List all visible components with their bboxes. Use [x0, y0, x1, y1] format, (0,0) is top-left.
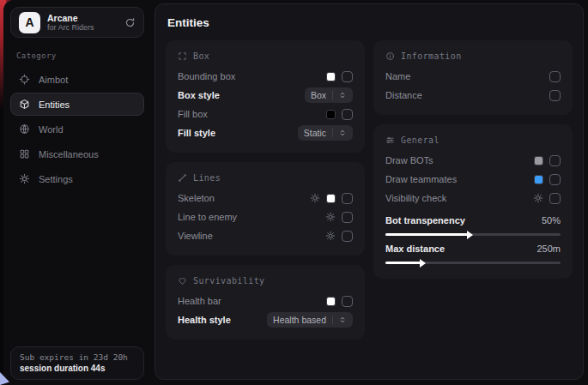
slider-fill [385, 233, 468, 236]
general-panel-header: General [385, 133, 561, 147]
panel-title: General [401, 135, 439, 145]
reload-icon[interactable] [124, 17, 136, 28]
setting-row: Draw BOTs [385, 151, 561, 170]
lines-panel: Lines Skeleton [166, 162, 365, 256]
gear-icon[interactable] [325, 231, 336, 241]
sidebar-item-label: Settings [39, 174, 73, 184]
app-window: A Arcane for Arc Riders Category Aimbot [0, 0, 588, 385]
line-to-enemy-checkbox[interactable] [342, 212, 353, 223]
setting-row: Viewline [178, 226, 353, 245]
globe-icon [19, 123, 30, 135]
sidebar-item-label: Entities [39, 99, 70, 110]
panel-title: Information [401, 51, 462, 61]
setting-row: Fill style Static [178, 123, 353, 142]
app-logo: A [19, 12, 40, 33]
bot-transparency-slider[interactable] [385, 233, 561, 236]
panel-title: Lines [193, 173, 221, 183]
slider-value: 250m [536, 244, 561, 254]
sidebar-item-aimbot[interactable]: Aimbot [10, 68, 144, 91]
chevron-up-down-icon [332, 91, 347, 99]
setting-row: Name [385, 67, 561, 86]
gear-icon[interactable] [533, 193, 543, 203]
cube-icon [19, 99, 30, 110]
app-title-block: Arcane for Arc Riders [47, 13, 118, 32]
session-duration-text: session duration 44s [20, 364, 135, 373]
color-swatch[interactable] [326, 72, 336, 81]
setting-label: Fill box [178, 109, 208, 119]
lines-panel-header: Lines [178, 171, 353, 184]
setting-row: Visibility check [385, 189, 561, 208]
setting-row: Draw teammates [385, 170, 561, 189]
dropdown-value: Box [311, 90, 326, 100]
box-icon [178, 51, 187, 61]
health-bar-checkbox[interactable] [342, 296, 353, 307]
chevron-up-down-icon [332, 316, 347, 324]
sidebar-header-card: A Arcane for Arc Riders [10, 7, 144, 38]
setting-label: Box style [178, 90, 220, 100]
gear-icon [19, 173, 30, 184]
bot-transparency-slider-group: Bot transpenency 50% [385, 214, 561, 236]
setting-label: Distance [385, 90, 422, 100]
box-style-dropdown[interactable]: Box [305, 87, 353, 103]
slider-fill [385, 262, 421, 264]
gear-icon[interactable] [325, 212, 336, 222]
general-sliders-icon [385, 135, 395, 145]
sidebar-item-settings[interactable]: Settings [10, 167, 144, 190]
viewline-checkbox[interactable] [342, 231, 353, 242]
gear-icon[interactable] [310, 193, 320, 203]
sidebar-item-label: Aimbot [39, 75, 68, 85]
skeleton-checkbox[interactable] [342, 193, 353, 204]
app-name: Arcane [47, 13, 118, 23]
category-label: Category [16, 51, 144, 60]
fill-box-checkbox[interactable] [342, 109, 353, 120]
draw-bots-checkbox[interactable] [549, 155, 561, 166]
sidebar-item-label: World [39, 124, 64, 135]
setting-label: Skeleton [178, 193, 215, 203]
panel-title: Box [193, 51, 209, 61]
slider-label: Max distance [385, 244, 445, 254]
sidebar-item-entities[interactable]: Entities [10, 93, 144, 116]
setting-label: Draw teammates [385, 174, 457, 184]
setting-row: Health style Health based [178, 310, 353, 329]
right-column: Information Name Distance [373, 40, 573, 279]
color-swatch[interactable] [534, 175, 543, 184]
information-icon [385, 51, 395, 61]
survivability-panel-header: Survivability [178, 274, 353, 287]
sidebar-item-label: Miscellaneous [39, 149, 99, 159]
visibility-check-checkbox[interactable] [549, 193, 561, 204]
draw-teammates-checkbox[interactable] [549, 174, 561, 185]
box-panel: Box Bounding box Box style [166, 40, 365, 153]
sidebar-item-world[interactable]: World [10, 117, 144, 141]
page-title: Entities [167, 16, 573, 29]
setting-label: Health bar [178, 296, 221, 306]
slider-thumb[interactable] [467, 231, 473, 239]
max-distance-slider[interactable] [385, 262, 561, 264]
health-style-dropdown[interactable]: Health based [267, 312, 353, 328]
setting-row: Bounding box [178, 67, 353, 86]
setting-label: Bounding box [178, 71, 235, 81]
setting-label: Visibility check [385, 193, 446, 203]
left-column: Box Bounding box Box style [166, 40, 365, 340]
color-swatch[interactable] [534, 156, 543, 165]
color-swatch[interactable] [326, 297, 336, 306]
slider-thumb[interactable] [420, 259, 426, 268]
information-panel: Information Name Distance [373, 40, 573, 115]
setting-row: Line to enemy [178, 208, 353, 226]
setting-row: Box style Box [178, 86, 353, 105]
information-panel-header: Information [385, 49, 561, 63]
bounding-box-checkbox[interactable] [342, 71, 353, 82]
setting-label: Fill style [178, 128, 215, 138]
dropdown-value: Health based [273, 315, 326, 325]
color-swatch[interactable] [326, 110, 336, 119]
setting-row: Health bar [178, 292, 353, 310]
setting-label: Viewline [178, 231, 213, 241]
lines-icon [178, 173, 187, 183]
color-swatch[interactable] [326, 194, 336, 203]
app-subtitle: for Arc Riders [47, 23, 118, 32]
fill-style-dropdown[interactable]: Static [298, 125, 353, 141]
slider-label: Bot transpenency [385, 215, 465, 226]
panel-title: Survivability [193, 276, 264, 286]
name-checkbox[interactable] [549, 71, 561, 82]
distance-checkbox[interactable] [549, 90, 561, 101]
sidebar-item-miscellaneous[interactable]: Miscellaneous [10, 142, 144, 165]
